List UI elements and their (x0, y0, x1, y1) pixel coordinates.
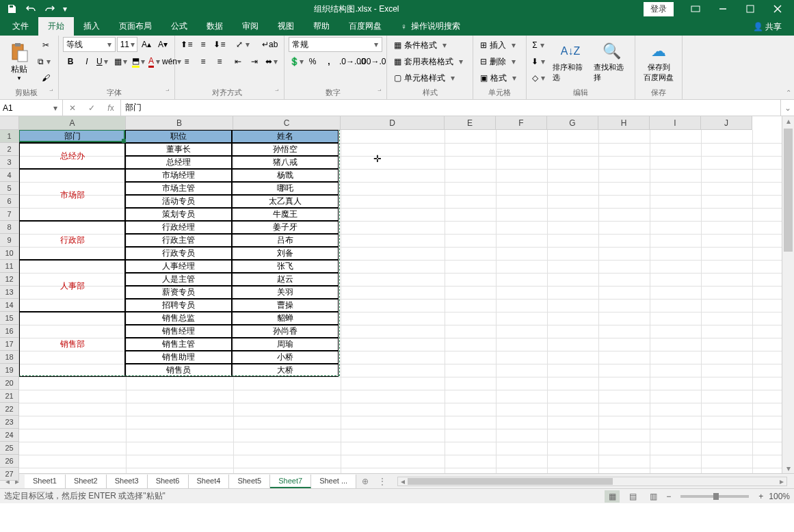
column-header-J[interactable]: J (701, 116, 752, 130)
column-header-G[interactable]: G (547, 116, 598, 130)
sheet-tab-Sheet ...[interactable]: Sheet ... (311, 475, 356, 488)
sheet-tab-Sheet2[interactable]: Sheet2 (66, 475, 107, 488)
zoom-level[interactable]: 100% (769, 492, 790, 501)
decrease-indent-icon[interactable]: ⇤ (230, 54, 246, 69)
row-header-12[interactable]: 12 (0, 273, 19, 286)
tab-review[interactable]: 审阅 (233, 17, 268, 36)
row-header-5[interactable]: 5 (0, 182, 19, 195)
row-header-20[interactable]: 20 (0, 377, 19, 390)
tab-home[interactable]: 开始 (38, 17, 74, 36)
horizontal-scroll-thumb[interactable] (408, 478, 613, 485)
conditional-format-button[interactable]: ▦条件格式▾ (391, 38, 468, 53)
row-header-16[interactable]: 16 (0, 325, 19, 338)
formula-input[interactable]: 部门 (121, 100, 780, 116)
italic-button[interactable]: I (79, 54, 94, 69)
clear-icon[interactable]: ◇▾ (531, 70, 548, 85)
copy-icon[interactable]: ⧉▾ (37, 54, 54, 69)
undo-icon[interactable] (22, 1, 40, 16)
format-painter-icon[interactable]: 🖌 (37, 70, 54, 85)
zoom-out-icon[interactable]: − (666, 492, 671, 501)
accounting-format-icon[interactable]: 💲▾ (289, 54, 304, 69)
tab-baidu[interactable]: 百度网盘 (339, 17, 391, 36)
fill-color-icon[interactable]: ⬒▾ (131, 54, 146, 69)
vertical-scrollbar[interactable]: ▴ ▾ (782, 116, 794, 473)
column-header-B[interactable]: B (126, 116, 233, 130)
sheet-tab-Sheet3[interactable]: Sheet3 (107, 475, 148, 488)
row-header-1[interactable]: 1 (0, 130, 19, 143)
column-header-E[interactable]: E (445, 116, 496, 130)
decrease-decimal-icon[interactable]: .00→.0 (363, 54, 382, 69)
ribbon-display-icon[interactable] (682, 0, 709, 18)
select-all-corner[interactable] (0, 116, 19, 130)
collapse-ribbon-icon[interactable]: ⌃ (786, 89, 791, 96)
grid[interactable]: 部门职位姓名总经办董事长孙悟空总经理猪八戒市场部市场经理杨戬市场主管哪吒活动专员… (19, 130, 782, 473)
enter-formula-icon[interactable]: ✓ (82, 103, 101, 113)
sheet-tabs-more-icon[interactable]: ⋮ (374, 477, 391, 486)
row-header-17[interactable]: 17 (0, 338, 19, 351)
row-header-10[interactable]: 10 (0, 247, 19, 260)
name-box[interactable]: ▾ (0, 100, 63, 116)
column-header-D[interactable]: D (341, 116, 445, 130)
percent-icon[interactable]: % (305, 54, 320, 69)
fill-icon[interactable]: ⬇▾ (531, 54, 548, 69)
minimize-icon[interactable] (709, 0, 737, 18)
format-cells-button[interactable]: ▣格式▾ (477, 70, 522, 85)
row-header-9[interactable]: 9 (0, 234, 19, 247)
row-header-23[interactable]: 23 (0, 416, 19, 429)
font-color-icon[interactable]: A▾ (148, 54, 163, 69)
align-top-icon[interactable]: ⬆≡ (179, 37, 194, 52)
column-header-H[interactable]: H (598, 116, 650, 130)
row-header-3[interactable]: 3 (0, 156, 19, 169)
tab-pagelayout[interactable]: 页面布局 (109, 17, 161, 36)
save-to-baidu-button[interactable]: ☁ 保存到 百度网盘 (639, 37, 678, 86)
find-select-button[interactable]: 🔍 查找和选择 (592, 37, 631, 86)
hscroll-left-icon[interactable]: ◂ (398, 477, 408, 486)
row-header-11[interactable]: 11 (0, 260, 19, 273)
close-icon[interactable] (764, 0, 791, 18)
group-label-alignment[interactable]: 对齐方式 (179, 86, 280, 99)
column-header-I[interactable]: I (650, 116, 701, 130)
qat-customize-icon[interactable]: ▾ (60, 1, 70, 16)
tell-me[interactable]: ♀ 操作说明搜索 (391, 17, 470, 36)
underline-button[interactable]: U▾ (96, 54, 111, 69)
row-header-19[interactable]: 19 (0, 364, 19, 377)
sheet-tab-Sheet4[interactable]: Sheet4 (189, 475, 230, 488)
number-format-combo[interactable]: ▾ (289, 37, 382, 52)
group-label-font[interactable]: 字体 (63, 86, 170, 99)
column-header-C[interactable]: C (233, 116, 341, 130)
bold-button[interactable]: B (63, 54, 78, 69)
row-header-15[interactable]: 15 (0, 312, 19, 325)
add-sheet-button[interactable]: ⊕ (356, 477, 374, 486)
tab-help[interactable]: 帮助 (304, 17, 339, 36)
autosum-icon[interactable]: Σ▾ (531, 38, 548, 53)
cancel-formula-icon[interactable]: ✕ (63, 103, 82, 113)
maximize-icon[interactable] (737, 0, 764, 18)
tab-insert[interactable]: 插入 (74, 17, 109, 36)
tab-formulas[interactable]: 公式 (161, 17, 197, 36)
cut-icon[interactable]: ✂ (37, 38, 54, 53)
row-header-22[interactable]: 22 (0, 403, 19, 416)
share-button[interactable]: 👤 共享 (746, 18, 789, 36)
delete-cells-button[interactable]: ⊟删除▾ (477, 54, 522, 69)
row-header-13[interactable]: 13 (0, 286, 19, 299)
save-icon[interactable] (3, 1, 21, 16)
tab-data[interactable]: 数据 (197, 17, 233, 36)
increase-indent-icon[interactable]: ⇥ (247, 54, 262, 69)
border-icon[interactable]: ▦▾ (114, 54, 129, 69)
align-center-icon[interactable]: ≡ (196, 54, 211, 69)
align-bottom-icon[interactable]: ⬇≡ (212, 37, 227, 52)
row-header-25[interactable]: 25 (0, 442, 19, 455)
hscroll-right-icon[interactable]: ▸ (777, 477, 786, 486)
normal-view-icon[interactable]: ▦ (605, 490, 620, 503)
cell-styles-button[interactable]: ▢单元格样式▾ (391, 70, 468, 85)
expand-formula-bar-icon[interactable]: ⌄ (780, 100, 794, 116)
sheet-tab-Sheet7[interactable]: Sheet7 (270, 475, 311, 488)
align-left-icon[interactable]: ≡ (179, 54, 194, 69)
paste-button[interactable]: 粘贴▼ (4, 37, 34, 86)
page-break-view-icon[interactable]: ▥ (646, 490, 661, 503)
horizontal-scrollbar[interactable]: ◂ ▸ (397, 477, 787, 486)
decrease-font-icon[interactable]: A▾ (155, 37, 170, 52)
sort-filter-button[interactable]: A↓Z 排序和筛选 (551, 37, 590, 86)
row-header-21[interactable]: 21 (0, 390, 19, 403)
orientation-icon[interactable]: ⤢▾ (235, 37, 253, 52)
